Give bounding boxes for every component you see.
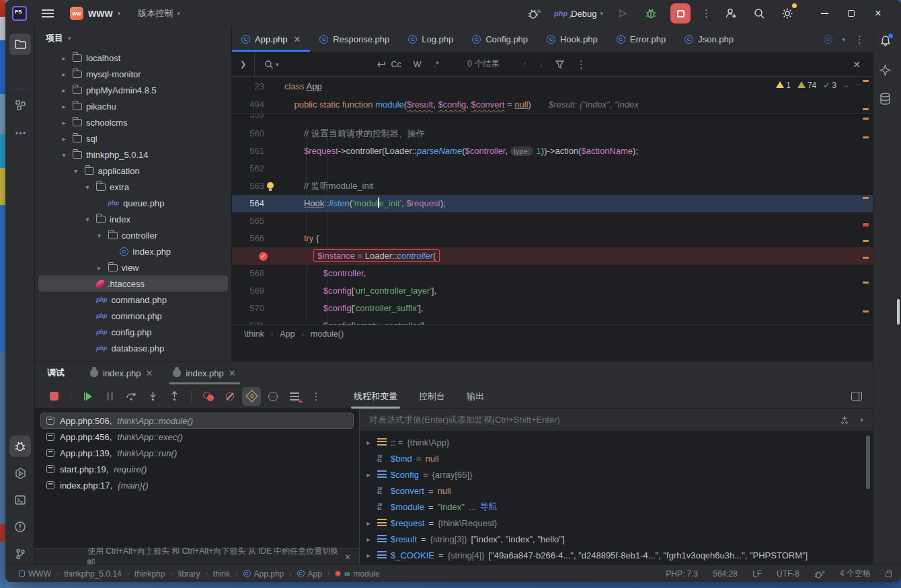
debug-button[interactable] <box>642 5 660 22</box>
chevron-open-icon[interactable]: ▾ <box>83 216 92 223</box>
watch-bar[interactable]: 对表达式求值(Enter)或添加监视(Ctrl+Shift+Enter) ▾ <box>360 409 873 431</box>
tab-app-php[interactable]: CApp.php✕ <box>232 27 310 52</box>
editor-scrollbar[interactable] <box>897 299 900 325</box>
path-segment-app-php[interactable]: CApp.php <box>243 569 284 579</box>
debug-view-tab-控制台[interactable]: 控制台 <box>411 384 453 409</box>
variable-row[interactable]: 1001$convert = null <box>364 482 873 499</box>
line-number[interactable]: 23 <box>232 77 278 95</box>
next-occurrence-icon[interactable]: ↓ <box>539 59 543 69</box>
chevron-closed-icon[interactable]: ▸ <box>59 135 69 142</box>
find-more-options-icon[interactable]: ⋮ <box>576 58 586 71</box>
more-tools-icon[interactable] <box>9 122 31 144</box>
close-session-icon[interactable]: ✕ <box>229 368 236 378</box>
tab-config-php[interactable]: CConfig.php <box>463 27 537 52</box>
line-number[interactable]: 568 <box>232 265 278 282</box>
git-tool-icon[interactable] <box>9 543 31 564</box>
close-hint-icon[interactable]: ✕ <box>344 552 351 562</box>
debug-panel-title[interactable]: 调试 <box>47 367 65 379</box>
tree-item-command-php[interactable]: phpcommand.php <box>35 292 231 308</box>
project-tool-icon[interactable] <box>9 34 31 55</box>
resume-button[interactable] <box>79 387 97 406</box>
variable-row[interactable]: ▸$request = {think\Request} <box>364 515 873 531</box>
evaluate-expression-icon[interactable]: ⋯ <box>264 387 282 406</box>
find-input[interactable] <box>279 56 373 73</box>
status-breadcrumb[interactable]: WWW›thinkphp_5.0.14›thinkphp›library›thi… <box>19 569 380 579</box>
tree-item--htaccess[interactable]: .htaccess <box>38 276 228 292</box>
chevron-closed-icon[interactable]: ▸ <box>59 119 69 126</box>
tree-item-schoolcms[interactable]: ▸schoolcms <box>35 114 231 130</box>
regex-toggle[interactable]: .* <box>434 60 439 69</box>
main-menu-icon[interactable] <box>42 9 54 17</box>
pause-button[interactable] <box>100 387 119 406</box>
debug-tool-icon[interactable] <box>9 435 31 457</box>
tree-item-pikachu[interactable]: ▸pikachu <box>35 98 231 114</box>
code-line-567[interactable]: ✓ $instance = Loader::controller( <box>232 247 873 265</box>
indent-config[interactable]: 4 个空格 <box>840 568 871 579</box>
close-session-icon[interactable]: ✕ <box>145 368 153 378</box>
mute-breakpoints-icon[interactable] <box>221 387 239 406</box>
code-line-569[interactable]: 569 $config['url_controller_layer'], <box>232 282 873 300</box>
notifications-bell-icon[interactable] <box>879 35 892 47</box>
chevron-open-icon[interactable]: ▾ <box>59 151 69 159</box>
chevron-closed-icon[interactable]: ▸ <box>59 103 69 110</box>
path-segment-www[interactable]: WWW <box>19 569 51 579</box>
path-segment-think[interactable]: think <box>213 569 230 579</box>
chevron-down-icon[interactable]: ▾ <box>68 35 71 42</box>
problems-tool-icon[interactable] <box>9 516 31 538</box>
php-version[interactable]: PHP: 7.3 <box>666 569 698 579</box>
terminal-tool-icon[interactable] <box>9 489 31 511</box>
project-widget[interactable]: WW WWW ▾ <box>70 7 120 20</box>
chevron-open-icon[interactable]: ▾ <box>83 183 92 191</box>
tree-item-localhost[interactable]: ▸localhost <box>35 50 231 66</box>
line-ending[interactable]: LF <box>752 569 762 579</box>
line-number[interactable]: 569 <box>232 282 278 300</box>
search-everywhere-icon[interactable] <box>750 5 768 22</box>
variables-scrollbar[interactable] <box>866 435 870 489</box>
debug-session-tab[interactable]: index.php✕ <box>165 362 243 384</box>
tab-log-php[interactable]: CLog.php <box>399 27 463 52</box>
step-over-icon[interactable] <box>122 387 141 406</box>
chevron-closed-icon[interactable]: ▸ <box>95 264 104 271</box>
breadcrumb-segment[interactable]: module() <box>311 329 344 339</box>
window-maximize-button[interactable] <box>838 0 865 27</box>
close-find-icon[interactable]: ✕ <box>853 59 861 70</box>
intention-bulb-icon[interactable] <box>267 182 274 189</box>
code-line-562[interactable]: 562 <box>232 160 873 177</box>
readonly-lock-icon[interactable] <box>886 573 892 577</box>
stop-process-button[interactable] <box>44 387 63 406</box>
path-segment-app[interactable]: CApp <box>297 569 322 579</box>
variable-row[interactable]: ▸$_COOKIE = {string[4]} ["49a6a847-b266-… <box>364 547 873 563</box>
code-line-560[interactable]: 560 // 设置当前请求的控制器、操作 <box>232 125 873 142</box>
variable-row[interactable]: ▸:: = {think\App} <box>364 434 873 450</box>
tree-item-queue-php[interactable]: phpqueue.php <box>35 195 231 211</box>
stop-button[interactable] <box>670 3 691 24</box>
path-segment-thinkphp_5-0-14[interactable]: thinkphp_5.0.14 <box>64 569 121 579</box>
newline-icon[interactable] <box>376 60 386 69</box>
tree-item-thinkphp-5-0-14[interactable]: ▾thinkphp_5.0.14 <box>35 146 231 163</box>
tree-item-application[interactable]: ▾application <box>35 163 231 179</box>
line-number[interactable]: 565 <box>232 212 278 230</box>
window-minimize-button[interactable] <box>811 0 838 27</box>
debug-listener-status-icon[interactable] <box>814 569 825 579</box>
code-line-564[interactable]: 564 Hook::listen('module_init', $request… <box>232 195 873 212</box>
tab-options-icon[interactable]: ⋮ <box>855 34 865 46</box>
error-stripe[interactable] <box>863 77 871 343</box>
filter-icon[interactable] <box>555 60 564 69</box>
breakpoint-icon[interactable]: ✓ <box>259 252 268 261</box>
hidden-tab-icon[interactable]: C <box>824 35 832 44</box>
code-line-565[interactable]: 565 <box>232 212 873 230</box>
tab-hook-php[interactable]: CHook.php <box>537 27 607 52</box>
tree-item-index-php[interactable]: CIndex.php <box>35 243 231 259</box>
services-tool-icon[interactable] <box>9 462 31 484</box>
code-area[interactable]: 23class App494 public static function mo… <box>232 77 873 343</box>
ai-assistant-icon[interactable] <box>879 65 891 76</box>
step-into-icon[interactable] <box>143 387 162 406</box>
debug-view-tab-输出[interactable]: 输出 <box>459 384 492 409</box>
variable-row[interactable]: 1001$module = "index" ... 导航 <box>364 499 873 515</box>
add-to-watches-icon[interactable] <box>285 387 304 406</box>
close-tab-icon[interactable]: ✕ <box>293 34 301 44</box>
variable-row[interactable]: ▸$result = {string[3]} ["index", "index"… <box>364 531 873 547</box>
tree-item-database-php[interactable]: phpdatabase.php <box>35 340 231 356</box>
tree-item-extra[interactable]: ▾extra <box>35 179 231 195</box>
tree-item-mysql-monitor[interactable]: ▸mysql-monitor <box>35 66 231 82</box>
